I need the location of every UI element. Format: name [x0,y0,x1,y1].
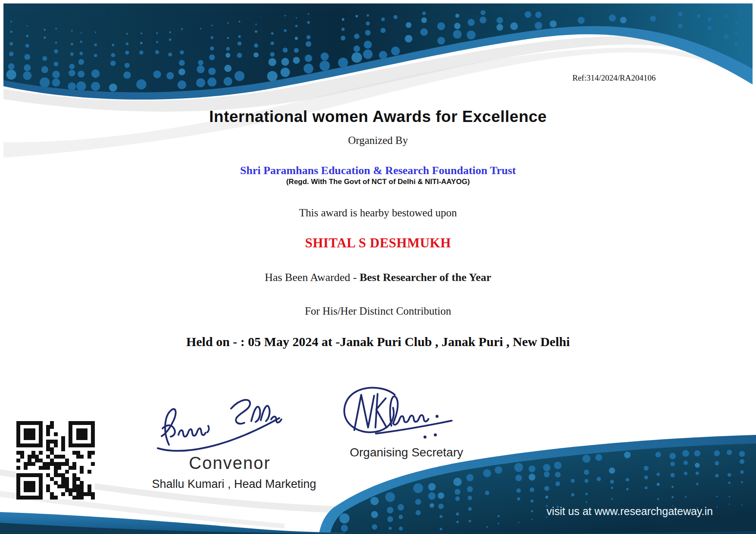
certificate: Ref:314/2024/RA204106 International wome… [0,0,756,534]
contribution-line: For His/Her Distinct Contribution [0,305,756,318]
convenor-detail: Shallu Kumari , Head Marketing [141,478,327,491]
qr-code [16,421,95,500]
award-prefix: Has Been Awarded - [265,271,359,284]
event-line: Held on - : 05 May 2024 at -Janak Puri C… [0,334,756,350]
organized-by-label: Organized By [0,134,756,147]
recipient-name: SHITAL S DESHMUKH [0,235,756,251]
convenor-role-label: Convenor [165,453,294,473]
organizer-name: Shri Paramhans Education & Research Foun… [0,164,756,177]
top-wave-decoration [0,0,756,181]
award-title: Best Researcher of the Year [359,271,491,284]
award-line: Has Been Awarded - Best Researcher of th… [0,271,756,284]
organizer-registration: (Regd. With The Govt of NCT of Delhi & N… [0,178,756,186]
reference-number: Ref:314/2024/RA204106 [572,73,656,83]
bestowed-line: This award is hearby bestowed upon [0,207,756,219]
certificate-title: International women Awards for Excellenc… [0,108,756,126]
secretary-role-label: Organising Secretary [337,446,475,459]
footer-website-text: visit us at www.researchgateway.in [541,505,719,518]
